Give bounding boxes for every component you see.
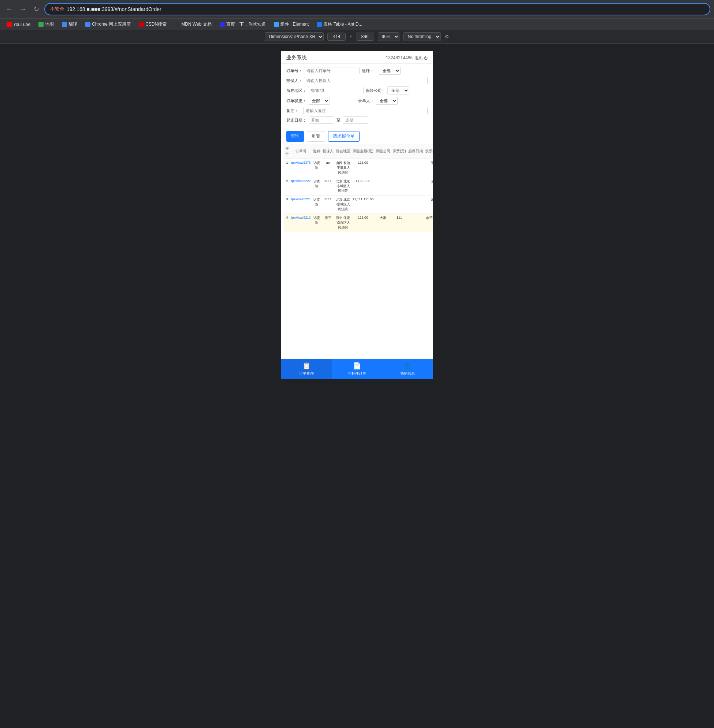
form-row-4: 起止日期： 至	[286, 116, 428, 124]
bookmark-mdn[interactable]: MDN Web 文档	[172, 20, 214, 29]
address-text: 192.168.■.■■■:3993/#/nonStandardOrder	[67, 6, 162, 12]
nonstandard-order-icon: 📄	[353, 362, 361, 370]
order-no-input[interactable]	[304, 67, 360, 74]
reset-button[interactable]: 重置	[307, 131, 325, 142]
forward-button[interactable]: →	[18, 4, 28, 15]
date-end-input[interactable]	[343, 116, 368, 124]
phone-frame: 业务系统 13248214486 退出 ⏻ 订单号： 险种：	[281, 51, 433, 379]
app-user-area: 13248214486 退出 ⏻	[386, 55, 428, 61]
table-row: 2tpexloas5222诉责险1111北京·北京·东城区人民法院11,111.…	[284, 177, 433, 195]
bookmark-element[interactable]: 组件 | Element	[271, 20, 312, 29]
date-start-input[interactable]	[309, 116, 334, 124]
settings-icon: ⚙	[444, 34, 449, 39]
dimension-separator: ×	[349, 34, 352, 39]
table-cell	[407, 159, 424, 177]
app-header: 业务系统 13248214486 退出 ⏻	[281, 51, 433, 64]
table-cell: 无	[424, 159, 433, 177]
nav-my-info-label: 我的信息	[400, 371, 415, 376]
所在地区-input[interactable]	[308, 87, 364, 94]
table-row: 3tpexloas5221诉责险1111北京·北京·东城区人民法院11,111,…	[284, 195, 433, 214]
nav-order-query[interactable]: 📋 订单查询	[281, 359, 332, 379]
order-no-link[interactable]: tpexloas5222	[290, 177, 312, 195]
zoom-select[interactable]: 96%	[378, 32, 399, 41]
table-cell	[375, 159, 392, 177]
height-input[interactable]	[356, 33, 374, 41]
table-cell: 3	[284, 195, 290, 214]
devtools-bar: Dimensions: iPhone XR × 96% No throttlin…	[0, 30, 714, 44]
table-cell: 大家	[375, 214, 392, 232]
table-cell: 无	[424, 195, 433, 214]
投保人-input[interactable]	[304, 77, 428, 84]
back-button[interactable]: ←	[4, 4, 15, 15]
table-cell: 张三	[321, 214, 334, 232]
table-cell: 电子普票	[424, 214, 433, 232]
table-cell: 4	[284, 214, 290, 232]
险种-select[interactable]: 全部	[379, 67, 400, 75]
bookmark-baidu[interactable]: 百度一下，你就知道	[217, 20, 269, 29]
bookmark-chrome-store[interactable]: Chrome 网上应用店	[82, 20, 134, 29]
险种-label: 险种：	[362, 68, 377, 74]
table-cell: 诉责险	[312, 214, 321, 232]
table-cell: 1111	[321, 195, 334, 214]
table-cell: 111.00	[351, 159, 375, 177]
col-起保日期: 起保日期	[407, 144, 424, 159]
所在地区-field: 所在地区：	[286, 87, 364, 94]
bookmark-antd[interactable]: 表格 Table - Ant D...	[314, 20, 365, 29]
nav-order-query-label: 订单查询	[299, 371, 314, 376]
table-cell: 北京·北京·东城区人民法院	[334, 195, 351, 214]
order-no-link[interactable]: tpexloas5376	[290, 159, 312, 177]
col-order-no: 订单号	[290, 144, 312, 159]
备注-input[interactable]	[303, 107, 428, 114]
export-button[interactable]: 请求报价单	[328, 131, 360, 142]
录单人-select[interactable]: 全部	[376, 97, 398, 105]
录单人-field: 录单人： 全部	[358, 97, 428, 105]
logout-button[interactable]: 退出 ⏻	[415, 55, 428, 61]
logout-icon: ⏻	[424, 56, 428, 60]
所在地区-label: 所在地区：	[286, 88, 306, 93]
备注-field: 备注：	[286, 107, 428, 114]
col-保费: 保费(元)	[392, 144, 407, 159]
orders-table: 序号 订单号 险种 投保人 所在地区 保险金额(元) 保险公司 保费(元) 起保…	[284, 144, 433, 232]
address-bar[interactable]: 不安全 192.168.■.■■■:3993/#/nonStandardOrde…	[44, 3, 710, 15]
bookmark-csdn[interactable]: CSDN搜索	[136, 20, 170, 29]
width-input[interactable]	[327, 33, 346, 41]
bottom-nav: 📋 订单查询 📄 非标件订单 👤 我的信息	[281, 359, 433, 379]
table-cell: 诉责险	[312, 177, 321, 195]
nav-nonstandard-order[interactable]: 📄 非标件订单	[332, 359, 382, 379]
table-cell	[392, 177, 407, 195]
保险公司-field: 保险公司： 全部	[366, 86, 428, 95]
保险公司-select[interactable]: 全部	[387, 86, 410, 95]
table-row: 1tpexloas5376诉责险ae山西·长治·平顺县人民法院111.00无20…	[284, 159, 433, 177]
table-cell: 河北·保定·南市区人民法院	[334, 214, 351, 232]
query-button[interactable]: 查询	[286, 131, 304, 142]
table-row: 4tpexloas5212诉责险张三河北·保定·南市区人民法院111.00大家1…	[284, 214, 433, 232]
table-cell: 诉责险	[312, 159, 321, 177]
bookmark-maps[interactable]: 地图	[36, 20, 57, 29]
bookmark-youtube[interactable]: YouTube	[4, 21, 33, 28]
table-cell	[392, 195, 407, 214]
order-no-link[interactable]: tpexloas5221	[290, 195, 312, 214]
table-header-row: 序号 订单号 险种 投保人 所在地区 保险金额(元) 保险公司 保费(元) 起保…	[284, 144, 433, 159]
table-cell	[407, 195, 424, 214]
table-cell: 1	[284, 159, 290, 177]
throttle-select[interactable]: No throttling	[403, 32, 441, 41]
订单状态-field: 订单状态： 全部	[286, 97, 356, 105]
reload-button[interactable]: ↻	[32, 4, 41, 15]
table-cell: 北京·北京·东城区人民法院	[334, 177, 351, 195]
bookmarks-bar: YouTube 地图 翻译 Chrome 网上应用店 CSDN搜索 MDN We…	[0, 18, 714, 30]
table-cell: 11,111,111.00	[351, 195, 375, 214]
order-no-link[interactable]: tpexloas5212	[290, 214, 312, 232]
table-cell: 山西·长治·平顺县人民法院	[334, 159, 351, 177]
col-险种: 险种	[312, 144, 321, 159]
订单状态-select[interactable]: 全部	[308, 97, 330, 105]
order-no-field: 订单号：	[286, 67, 360, 74]
table-cell: 111	[392, 214, 407, 232]
dimensions-select[interactable]: Dimensions: iPhone XR	[265, 32, 324, 41]
bookmark-translate[interactable]: 翻译	[59, 20, 80, 29]
phone-frame-wrapper: 业务系统 13248214486 退出 ⏻ 订单号： 险种：	[0, 44, 714, 386]
nav-my-info[interactable]: 👤 我的信息	[382, 359, 433, 379]
nav-nonstandard-label: 非标件订单	[348, 371, 366, 376]
col-投保人: 投保人	[321, 144, 334, 159]
security-warning: 不安全	[50, 6, 64, 12]
action-buttons: 查询 重置 请求报价单	[281, 129, 433, 144]
